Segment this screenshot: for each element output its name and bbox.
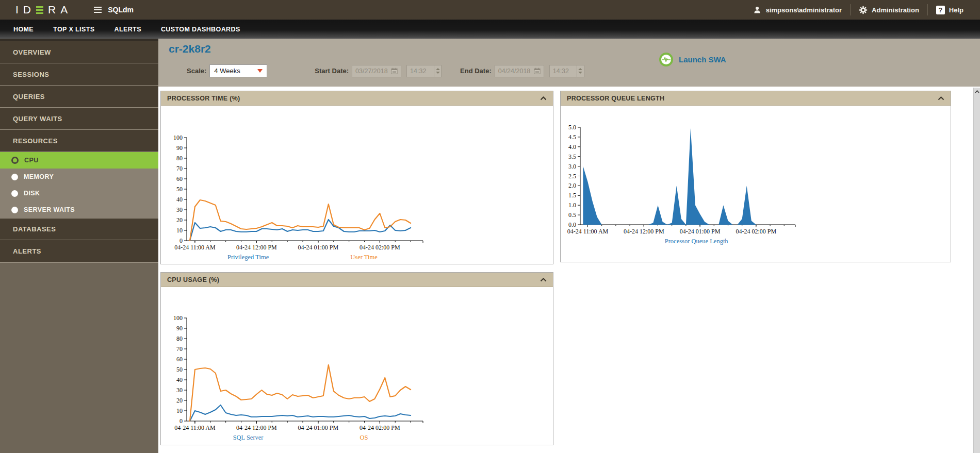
processor-queue-panel: PROCESSOR QUEUE LENGTH 0.00.51.01.52.02.… [560, 91, 951, 262]
svg-text:1.5: 1.5 [568, 192, 576, 199]
scale-select[interactable]: 4 Weeks [209, 64, 267, 77]
sidebar-item-queries[interactable]: QUERIES [0, 86, 158, 108]
end-time-input[interactable]: 14:32 [549, 65, 584, 77]
username: simpsons\administrator [766, 6, 842, 14]
administration-label: Administration [872, 6, 919, 14]
start-time-input[interactable]: 14:32 [406, 65, 442, 77]
sidebar-item-overview[interactable]: OVERVIEW [0, 41, 158, 63]
svg-text:Privileged Time: Privileged Time [227, 254, 269, 261]
svg-text:3.5: 3.5 [568, 153, 576, 160]
svg-text:5.0: 5.0 [568, 124, 576, 131]
server-name-title: cr-2k8r2 [169, 43, 211, 55]
svg-text:20: 20 [176, 397, 183, 404]
product-name: SQLdm [108, 6, 134, 14]
sidebar-filler [0, 262, 158, 453]
end-date-label: End Date: [460, 67, 492, 75]
svg-text:04-24 02:00 PM: 04-24 02:00 PM [360, 244, 400, 251]
svg-text:80: 80 [176, 335, 183, 342]
svg-text:10: 10 [176, 407, 183, 414]
svg-text:3.0: 3.0 [568, 163, 576, 170]
scale-label: Scale: [187, 67, 206, 75]
svg-text:80: 80 [176, 155, 183, 162]
svg-text:04-24 12:00 PM: 04-24 12:00 PM [236, 424, 277, 431]
server-header-band: cr-2k8r2 Scale: 4 Weeks Start Date: 03/2… [158, 39, 980, 87]
sidebar-item-sessions[interactable]: SESSIONS [0, 63, 158, 86]
svg-text:SQL Server: SQL Server [233, 434, 264, 441]
nav-top-x-lists[interactable]: TOP X LISTS [53, 26, 94, 33]
end-time-spinner[interactable] [577, 65, 584, 77]
vertical-scrollbar[interactable] [973, 88, 980, 453]
sidebar-item-databases[interactable]: DATABASES [0, 218, 158, 240]
svg-text:04-24 12:00 PM: 04-24 12:00 PM [236, 244, 277, 251]
memory-radio-icon [11, 174, 18, 180]
scroll-up-arrow-icon[interactable] [974, 88, 980, 95]
sidebar-item-resources[interactable]: RESOURCES [0, 130, 158, 152]
start-date-label: Start Date: [315, 67, 349, 75]
svg-text:50: 50 [176, 186, 183, 193]
panel-title: PROCESSOR QUEUE LENGTH [567, 95, 664, 102]
svg-text:Processor Queue Length: Processor Queue Length [665, 238, 729, 245]
collapse-chevron-icon[interactable] [540, 96, 547, 100]
administration-button[interactable]: Administration [851, 6, 927, 14]
svg-text:90: 90 [176, 325, 183, 332]
svg-text:04-24 11:00 AM: 04-24 11:00 AM [174, 244, 216, 251]
gear-icon [859, 6, 868, 14]
cpu-radio-icon [11, 157, 19, 164]
sidebar-item-query-waits[interactable]: QUERY WAITS [0, 108, 158, 130]
svg-text:2.5: 2.5 [568, 173, 576, 180]
calendar-icon [391, 68, 398, 74]
svg-text:70: 70 [176, 345, 183, 353]
cpu-usage-chart: 010203040506070809010004-24 11:00 AM04-2… [161, 287, 553, 445]
nav-home[interactable]: HOME [13, 26, 34, 33]
nav-alerts[interactable]: ALERTS [114, 26, 141, 33]
help-icon: ? [936, 6, 945, 14]
sidebar-subitem-disk[interactable]: DISK [0, 185, 158, 202]
svg-text:100: 100 [173, 134, 183, 141]
svg-text:04-24 02:00 PM: 04-24 02:00 PM [360, 424, 400, 431]
menu-icon[interactable] [94, 7, 102, 13]
svg-text:0: 0 [179, 417, 183, 425]
svg-text:20: 20 [176, 216, 183, 224]
svg-text:40: 40 [176, 196, 183, 203]
svg-text:04-24 01:00 PM: 04-24 01:00 PM [680, 228, 721, 235]
processor-time-panel: PROCESSOR TIME (%) 010203040506070809010… [160, 91, 553, 264]
svg-text:0.0: 0.0 [568, 221, 576, 228]
svg-text:User Time: User Time [350, 254, 378, 261]
panel-title: PROCESSOR TIME (%) [167, 95, 240, 102]
end-date-input[interactable]: 04/24/2018 [495, 65, 544, 77]
nav-custom-dashboards[interactable]: CUSTOM DASHBOARDS [161, 26, 240, 33]
cpu-usage-panel-header: CPU USAGE (%) [161, 273, 553, 287]
idera-logo-right: RA [48, 4, 72, 16]
processor-time-panel-header: PROCESSOR TIME (%) [161, 91, 553, 106]
server-waits-radio-icon [11, 207, 18, 213]
svg-text:4.0: 4.0 [568, 143, 576, 150]
collapse-chevron-icon[interactable] [938, 96, 944, 100]
svg-text:04-24 02:00 PM: 04-24 02:00 PM [736, 228, 777, 235]
disk-radio-icon [11, 190, 18, 197]
launch-swa-button[interactable]: Launch SWA [659, 52, 726, 67]
start-date-input[interactable]: 03/27/2018 [352, 65, 401, 77]
collapse-chevron-icon[interactable] [540, 278, 547, 282]
processor-queue-panel-header: PROCESSOR QUEUE LENGTH [561, 91, 951, 106]
panel-title: CPU USAGE (%) [167, 276, 219, 283]
svg-text:0: 0 [179, 237, 183, 244]
launch-swa-label: Launch SWA [679, 55, 726, 64]
user-menu[interactable]: simpsons\administrator [744, 5, 850, 14]
svg-text:40: 40 [176, 376, 183, 383]
svg-text:04-24 12:00 PM: 04-24 12:00 PM [624, 228, 664, 235]
svg-text:60: 60 [176, 175, 183, 182]
sidebar-subitem-memory[interactable]: MEMORY [0, 169, 158, 185]
select-arrow-icon [257, 69, 263, 73]
svg-text:OS: OS [360, 434, 368, 441]
svg-text:0.5: 0.5 [568, 211, 576, 219]
time-range-controls: Scale: 4 Weeks Start Date: 03/27/2018 [187, 64, 584, 77]
sidebar-subitem-cpu[interactable]: CPU [0, 152, 158, 169]
start-time-spinner[interactable] [434, 65, 441, 77]
svg-text:70: 70 [176, 165, 183, 172]
scale-value: 4 Weeks [214, 67, 240, 75]
sidebar-item-alerts[interactable]: ALERTS [0, 240, 158, 262]
help-button[interactable]: ? Help [928, 6, 972, 14]
sidebar-subitem-server-waits[interactable]: SERVER WAITS [0, 202, 158, 218]
user-icon [753, 5, 762, 14]
svg-text:04-24 01:00 PM: 04-24 01:00 PM [298, 424, 339, 431]
